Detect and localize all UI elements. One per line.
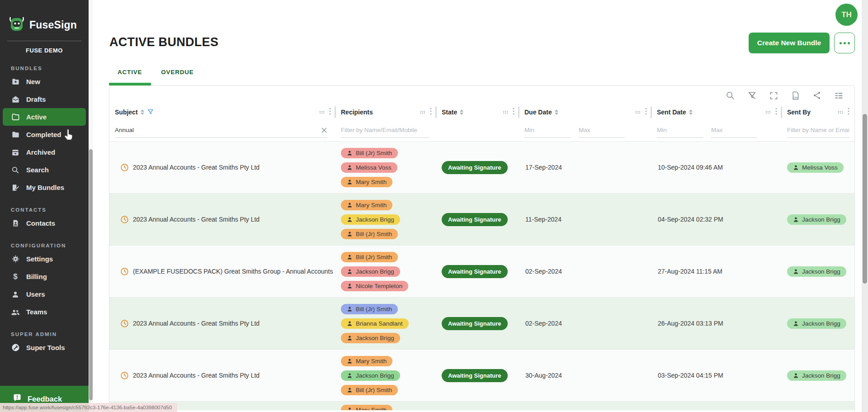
- user-avatar[interactable]: TH: [835, 4, 858, 26]
- recipient-chip[interactable]: Mary Smith: [341, 177, 392, 187]
- page-scrollbar-thumb[interactable]: [863, 114, 867, 284]
- folder-plus-icon: [11, 77, 20, 86]
- recipient-chip[interactable]: Jackson Brigg: [341, 370, 400, 381]
- sent-date-min-input[interactable]: [657, 127, 703, 133]
- fullscreen-icon[interactable]: [769, 90, 778, 100]
- column-drag-handle[interactable]: [635, 108, 641, 116]
- column-menu-icon[interactable]: [430, 108, 432, 117]
- recipient-chip[interactable]: Jackson Brigg: [341, 266, 400, 277]
- due-date-max-input[interactable]: [579, 127, 625, 133]
- sidebar-item-search[interactable]: Search: [0, 161, 89, 179]
- recipients-filter-input[interactable]: [341, 127, 429, 133]
- column-drag-handle[interactable]: [420, 108, 425, 116]
- column-menu-icon[interactable]: [513, 108, 514, 117]
- recipient-name: Bill (Jr) Smith: [356, 306, 392, 313]
- recipient-name: Bill (Jr) Smith: [356, 150, 392, 156]
- sidebar-item-settings[interactable]: Settings: [0, 250, 89, 268]
- subject-cell: 2023 Annual Accounts - Great Smiths Pty …: [109, 142, 335, 193]
- recipient-chip[interactable]: Nicole Templeton: [341, 281, 408, 291]
- sidebar-item-teams[interactable]: Teams: [0, 303, 89, 321]
- table-row[interactable]: 2023 Annual Accounts - Great Smiths Pty …: [109, 349, 854, 401]
- column-drag-handle[interactable]: [503, 108, 508, 116]
- table-row[interactable]: (EXAMPLE FUSEDOCS PACK) Great Smiths Gro…: [109, 245, 854, 297]
- sidebar-item-my-bundles[interactable]: My Bundles: [0, 179, 89, 196]
- page-scrollbar[interactable]: [862, 0, 868, 412]
- recipient-chip[interactable]: Bill (Jr) Smith: [341, 252, 398, 262]
- due-date-min-input[interactable]: [524, 127, 571, 133]
- recipient-chip[interactable]: Bill (Jr) Smith: [341, 385, 398, 395]
- sent-by-name: Jackson Brigg: [802, 268, 840, 275]
- filter-funnel-icon[interactable]: [147, 109, 154, 116]
- share-icon[interactable]: [812, 90, 822, 100]
- sent-by-filter-input[interactable]: [787, 127, 849, 133]
- sort-toggle[interactable]: [460, 109, 463, 115]
- sent-by-chip[interactable]: Jackson Brigg: [787, 370, 846, 381]
- sidebar-item-label: My Bundles: [26, 184, 64, 191]
- subject-filter-cell: [109, 119, 335, 141]
- recipient-chip[interactable]: Melissa Voss: [341, 162, 397, 173]
- recipient-name: Bill (Jr) Smith: [356, 254, 392, 260]
- column-drag-handle[interactable]: [319, 108, 325, 116]
- recipient-chip[interactable]: Bill (Jr) Smith: [341, 148, 398, 158]
- sidebar-scrollbar[interactable]: [89, 0, 93, 412]
- recipient-chip[interactable]: Brianna Sandlant: [341, 318, 409, 329]
- due-date-cell: [519, 402, 651, 410]
- column-drag-handle[interactable]: [765, 108, 771, 116]
- subject-filter-input[interactable]: [115, 127, 321, 133]
- export-csv-icon[interactable]: CSV: [790, 90, 800, 100]
- sent-by-chip[interactable]: Jackson Brigg: [787, 214, 846, 225]
- create-new-bundle-button[interactable]: Create New Bundle: [749, 33, 830, 53]
- table-row[interactable]: 2023 Annual Accounts - Great Smiths Pty …: [109, 297, 854, 349]
- tab-overdue[interactable]: OVERDUE: [159, 66, 195, 78]
- tab-active[interactable]: ACTIVE: [116, 66, 144, 78]
- recipient-chip[interactable]: Mary Smith: [341, 405, 392, 410]
- sidebar-item-label: Billing: [26, 273, 47, 280]
- sent-date-max-input[interactable]: [711, 127, 757, 133]
- table-row[interactable]: 2023 Annual Accounts - Great Smiths Pty …: [109, 141, 854, 193]
- filter-off-icon[interactable]: [747, 90, 757, 100]
- recipient-name: Melissa Voss: [356, 164, 392, 171]
- state-cell: Awaiting Signature: [436, 298, 519, 349]
- recipient-chip[interactable]: Mary Smith: [341, 200, 392, 210]
- sidebar-item-archived[interactable]: Archived: [0, 143, 89, 161]
- brand[interactable]: FuseSign: [0, 0, 89, 39]
- sidebar-item-contacts[interactable]: Contacts: [0, 214, 89, 232]
- sidebar-item-billing[interactable]: $ Billing: [0, 268, 89, 285]
- sidebar-item-label: Drafts: [26, 95, 46, 103]
- sent-by-chip[interactable]: Jackson Brigg: [787, 318, 846, 329]
- recipient-chip[interactable]: Jackson Brigg: [341, 333, 400, 343]
- column-menu-icon[interactable]: [775, 108, 777, 117]
- column-header-state: State: [436, 105, 519, 119]
- bundle-subject: 2023 Annual Accounts - Great Smiths Pty …: [133, 372, 259, 379]
- sent-by-cell: Jackson Brigg: [782, 246, 854, 297]
- sort-toggle[interactable]: [689, 109, 693, 115]
- sort-toggle[interactable]: [555, 109, 558, 115]
- column-list-icon[interactable]: [834, 90, 844, 100]
- sent-by-cell: Jackson Brigg: [782, 350, 854, 401]
- search-icon[interactable]: [725, 90, 735, 100]
- sidebar-scrollbar-thumb[interactable]: [89, 149, 93, 400]
- recipient-chip[interactable]: Mary Smith: [341, 356, 392, 366]
- sidebar-item-active[interactable]: Active: [3, 108, 86, 126]
- sidebar-item-new[interactable]: New: [0, 73, 89, 90]
- sort-toggle[interactable]: [141, 109, 144, 115]
- recipient-chip[interactable]: Bill (Jr) Smith: [341, 229, 398, 239]
- sidebar-item-drafts[interactable]: Drafts: [0, 90, 89, 108]
- sidebar-item-super-tools[interactable]: Super Tools: [0, 339, 89, 356]
- table-row[interactable]: Mary Smith: [109, 401, 854, 410]
- sidebar-item-users[interactable]: Users: [0, 285, 89, 303]
- column-menu-icon[interactable]: [329, 108, 331, 117]
- brand-name: FuseSign: [29, 19, 77, 31]
- sent-by-chip[interactable]: Jackson Brigg: [787, 266, 846, 277]
- column-menu-icon[interactable]: [848, 108, 849, 117]
- recipient-chip[interactable]: Bill (Jr) Smith: [341, 304, 398, 314]
- person-icon: [793, 217, 799, 223]
- recipient-chip[interactable]: Jackson Brigg: [341, 214, 400, 225]
- sent-by-chip[interactable]: Melissa Voss: [787, 162, 844, 173]
- more-options-button[interactable]: [834, 33, 855, 53]
- sidebar-item-completed[interactable]: Completed: [0, 126, 89, 143]
- column-menu-icon[interactable]: [645, 108, 647, 117]
- clear-filter-icon[interactable]: [321, 127, 327, 133]
- table-row[interactable]: 2023 Annual Accounts - Great Smiths Pty …: [109, 193, 854, 245]
- column-drag-handle[interactable]: [838, 108, 843, 116]
